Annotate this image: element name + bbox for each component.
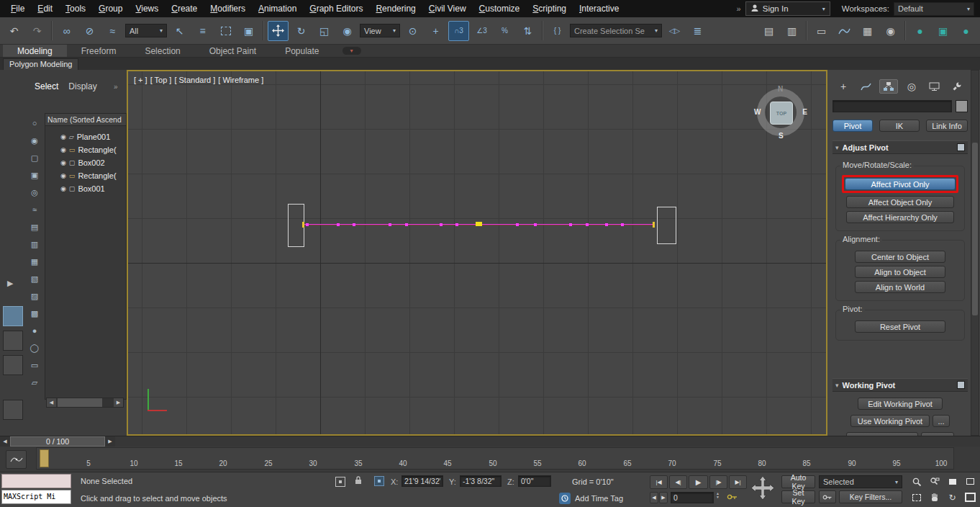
frame-step-forward-button[interactable]: ▶ <box>659 492 668 503</box>
select-and-rotate-button[interactable]: ↻ <box>291 21 312 41</box>
explorer-filter-icon[interactable]: ▱ <box>27 375 42 390</box>
list-item[interactable]: ◉ ▱ Plane001 <box>46 130 125 143</box>
snaps-toggle[interactable]: ∩3 <box>448 21 469 41</box>
viewport-layout-tab[interactable] <box>3 331 23 351</box>
tab-display[interactable]: Display <box>68 81 96 91</box>
menu-rendering[interactable]: Rendering <box>369 1 422 17</box>
list-item[interactable]: ◉ ▢ Box002 <box>46 156 125 169</box>
selection-filter-dropdown[interactable]: All ▾ <box>125 24 167 37</box>
scrollbar-thumb[interactable] <box>972 143 978 315</box>
polygon-modeling-panel-tab[interactable]: Polygon Modeling <box>3 58 78 70</box>
link-info-subtab[interactable]: Link Info <box>926 120 968 132</box>
menu-file[interactable]: File <box>4 1 31 17</box>
display-tab[interactable] <box>925 79 943 94</box>
curve-editor-button[interactable] <box>834 21 855 41</box>
reset-pivot-button[interactable]: Reset Pivot <box>855 320 945 333</box>
y-coordinate-field[interactable] <box>460 475 502 487</box>
zoom-region-button[interactable] <box>908 490 925 504</box>
spinner-snap-toggle[interactable]: ⇅ <box>517 21 538 41</box>
set-key-filters-icon-button[interactable] <box>819 490 836 503</box>
ribbon-minimize-toggle[interactable]: ▾ <box>342 47 361 55</box>
ik-subtab[interactable]: IK <box>879 120 920 132</box>
key-filter-set-dropdown[interactable]: Selected ▾ <box>819 475 902 488</box>
current-frame-field[interactable] <box>671 492 714 503</box>
viewport-layout-tab[interactable] <box>3 306 23 326</box>
current-frame-marker[interactable] <box>40 449 49 467</box>
scroll-right-icon[interactable]: ▶ <box>114 398 123 407</box>
timeline-ruler[interactable]: 5 10 15 20 25 30 35 40 45 50 55 60 65 70… <box>36 447 954 470</box>
menu-graph-editors[interactable]: Graph Editors <box>303 1 369 17</box>
maxscript-macro-recorder[interactable] <box>1 474 71 488</box>
menu-animation[interactable]: Animation <box>252 1 303 17</box>
add-time-tag-button[interactable]: Add Time Tag <box>575 494 623 503</box>
working-pivot-rollout-header[interactable]: ▾ Working Pivot <box>832 378 968 392</box>
menu-views[interactable]: Views <box>129 1 165 17</box>
spline-vertex[interactable] <box>605 223 608 226</box>
material-editor-button[interactable]: ◉ <box>880 21 901 41</box>
edit-working-pivot-button[interactable]: Edit Working Pivot <box>858 398 943 410</box>
explorer-filter-icon[interactable]: ○ <box>27 116 42 130</box>
menu-modifiers[interactable]: Modifiers <box>204 1 252 17</box>
viewcube-top-face[interactable]: TOP <box>770 102 793 125</box>
top-viewport[interactable]: [ + ] [ Top ] [ Standard ] [ Wireframe ] <box>127 70 827 436</box>
use-working-pivot-button[interactable]: Use Working Pivot <box>850 415 930 427</box>
reference-coordinate-dropdown[interactable]: View ▾ <box>360 24 400 37</box>
ribbon-tab-freeform[interactable]: Freeform <box>67 45 131 57</box>
spline-vertex[interactable] <box>534 223 537 226</box>
angle-snap-toggle[interactable]: ∠3 <box>471 21 492 41</box>
ribbon-tab-populate[interactable]: Populate <box>271 45 333 57</box>
explorer-filter-icon[interactable]: ▧ <box>27 272 42 286</box>
hierarchy-tab[interactable] <box>879 79 898 94</box>
next-frame-icon[interactable]: ▶ <box>105 436 115 447</box>
undo-button[interactable]: ↶ <box>4 21 24 41</box>
previous-frame-button[interactable]: ◀| <box>669 475 687 489</box>
frame-step-back-button[interactable]: ◀ <box>650 492 658 503</box>
schematic-view-button[interactable]: ▦ <box>857 21 878 41</box>
menu-edit[interactable]: Edit <box>31 1 59 17</box>
viewport-shading-menu[interactable]: [ Wireframe ] <box>218 76 263 84</box>
explorer-filter-icon[interactable]: ▨ <box>27 289 42 303</box>
viewport-pov-menu[interactable]: [ Top ] <box>150 76 172 84</box>
zoom-all-button[interactable] <box>926 475 943 488</box>
zoom-extents-all-button[interactable] <box>962 475 979 488</box>
spline-endpoint[interactable] <box>302 222 304 228</box>
menu-group[interactable]: Group <box>92 1 129 17</box>
name-column-header[interactable]: Name (Sorted Ascend <box>45 114 126 126</box>
adjust-pivot-rollout-header[interactable]: ▾ Adjust Pivot <box>832 140 968 154</box>
absolute-mode-transform-toggle-icon[interactable] <box>374 476 384 486</box>
set-key-button[interactable]: Set Key <box>781 490 815 503</box>
pivot-subtab[interactable]: Pivot <box>832 120 873 132</box>
explorer-filter-icon[interactable]: ▤ <box>27 220 42 234</box>
spline-vertex[interactable] <box>516 223 519 226</box>
affect-pivot-only-button[interactable]: Affect Pivot Only <box>845 178 956 190</box>
visibility-eye-icon[interactable]: ◉ <box>60 133 66 140</box>
select-and-manipulate-button[interactable]: + <box>425 21 446 41</box>
menubar-overflow-chevron-icon[interactable]: » <box>732 4 745 13</box>
working-pivot-options-button[interactable]: ... <box>933 415 950 427</box>
ribbon-tab-selection[interactable]: Selection <box>130 45 194 57</box>
select-and-scale-button[interactable]: ◱ <box>314 21 335 41</box>
selected-vertex[interactable] <box>476 222 482 226</box>
select-by-name-button[interactable]: ≡ <box>192 21 213 41</box>
menu-create[interactable]: Create <box>165 1 204 17</box>
utilities-tab[interactable] <box>948 79 966 94</box>
spline-vertex[interactable] <box>455 223 458 226</box>
viewport-layout-flyout-icon[interactable]: ▶ <box>7 279 13 288</box>
frame-spinner[interactable]: ▲▼ <box>716 492 720 499</box>
orbit-button[interactable]: ↻ <box>944 490 961 504</box>
spline-vertex[interactable] <box>389 223 391 226</box>
rollout-minimize-icon[interactable] <box>957 381 965 389</box>
visibility-eye-icon[interactable]: ◉ <box>60 172 66 179</box>
explorer-filter-icon[interactable]: ≈ <box>27 202 42 217</box>
explorer-filter-icon[interactable]: ◉ <box>27 133 42 148</box>
command-panel-scrollbar[interactable] <box>971 70 979 436</box>
select-and-link-button[interactable]: ∞ <box>56 21 77 41</box>
render-production-button[interactable]: ● <box>956 21 976 41</box>
mini-curve-editor-button[interactable] <box>6 450 27 469</box>
sign-in-dropdown[interactable]: Sign In ▾ <box>745 1 830 16</box>
explorer-filter-icon[interactable]: ● <box>27 323 42 338</box>
compass-south-label[interactable]: S <box>779 132 784 140</box>
spline-vertex[interactable] <box>569 223 572 226</box>
tab-select[interactable]: Select <box>35 81 58 91</box>
spline-vertex[interactable] <box>337 223 340 226</box>
